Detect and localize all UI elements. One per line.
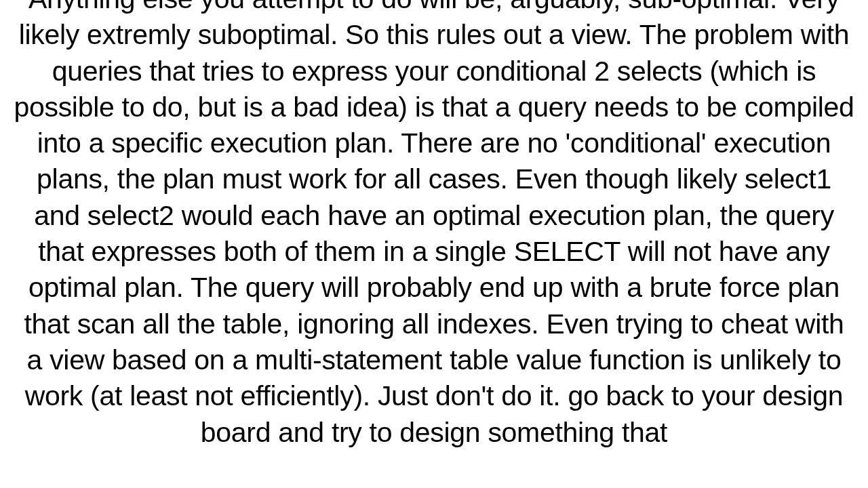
body-paragraph: Anything else you attempt to do will be,…	[14, 0, 854, 451]
document-content: Anything else you attempt to do will be,…	[0, 0, 868, 488]
